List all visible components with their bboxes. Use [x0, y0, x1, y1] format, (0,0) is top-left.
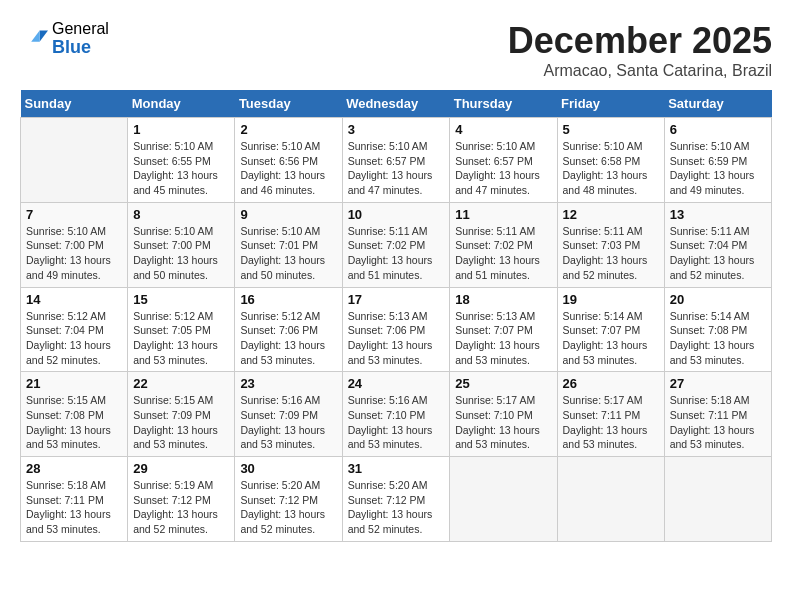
day-number: 17 — [348, 292, 445, 307]
page-header: General Blue December 2025 Armacao, Sant… — [20, 20, 772, 80]
day-number: 22 — [133, 376, 229, 391]
day-number: 21 — [26, 376, 122, 391]
day-info: Sunrise: 5:16 AM Sunset: 7:10 PM Dayligh… — [348, 393, 445, 452]
day-cell: 21Sunrise: 5:15 AM Sunset: 7:08 PM Dayli… — [21, 372, 128, 457]
day-number: 31 — [348, 461, 445, 476]
day-number: 12 — [563, 207, 659, 222]
day-cell: 4Sunrise: 5:10 AM Sunset: 6:57 PM Daylig… — [450, 118, 557, 203]
day-number: 10 — [348, 207, 445, 222]
day-cell: 9Sunrise: 5:10 AM Sunset: 7:01 PM Daylig… — [235, 202, 342, 287]
day-info: Sunrise: 5:10 AM Sunset: 6:59 PM Dayligh… — [670, 139, 766, 198]
day-number: 24 — [348, 376, 445, 391]
header-cell-sunday: Sunday — [21, 90, 128, 118]
week-row-1: 1Sunrise: 5:10 AM Sunset: 6:55 PM Daylig… — [21, 118, 772, 203]
header-cell-tuesday: Tuesday — [235, 90, 342, 118]
logo-general: General — [52, 20, 109, 38]
location-subtitle: Armacao, Santa Catarina, Brazil — [508, 62, 772, 80]
day-info: Sunrise: 5:13 AM Sunset: 7:06 PM Dayligh… — [348, 309, 445, 368]
day-info: Sunrise: 5:20 AM Sunset: 7:12 PM Dayligh… — [240, 478, 336, 537]
day-cell: 13Sunrise: 5:11 AM Sunset: 7:04 PM Dayli… — [664, 202, 771, 287]
day-info: Sunrise: 5:14 AM Sunset: 7:08 PM Dayligh… — [670, 309, 766, 368]
day-info: Sunrise: 5:14 AM Sunset: 7:07 PM Dayligh… — [563, 309, 659, 368]
logo: General Blue — [20, 20, 109, 57]
day-info: Sunrise: 5:10 AM Sunset: 6:57 PM Dayligh… — [455, 139, 551, 198]
day-info: Sunrise: 5:10 AM Sunset: 6:58 PM Dayligh… — [563, 139, 659, 198]
day-number: 4 — [455, 122, 551, 137]
day-cell — [21, 118, 128, 203]
svg-marker-1 — [31, 30, 39, 41]
day-number: 3 — [348, 122, 445, 137]
day-cell — [664, 457, 771, 542]
day-info: Sunrise: 5:10 AM Sunset: 6:56 PM Dayligh… — [240, 139, 336, 198]
day-cell: 18Sunrise: 5:13 AM Sunset: 7:07 PM Dayli… — [450, 287, 557, 372]
day-number: 8 — [133, 207, 229, 222]
day-number: 19 — [563, 292, 659, 307]
day-info: Sunrise: 5:12 AM Sunset: 7:05 PM Dayligh… — [133, 309, 229, 368]
logo-text: General Blue — [52, 20, 109, 57]
day-info: Sunrise: 5:15 AM Sunset: 7:09 PM Dayligh… — [133, 393, 229, 452]
logo-icon — [20, 25, 48, 53]
calendar-table: SundayMondayTuesdayWednesdayThursdayFrid… — [20, 90, 772, 542]
day-cell: 16Sunrise: 5:12 AM Sunset: 7:06 PM Dayli… — [235, 287, 342, 372]
day-info: Sunrise: 5:12 AM Sunset: 7:06 PM Dayligh… — [240, 309, 336, 368]
day-number: 23 — [240, 376, 336, 391]
day-cell: 3Sunrise: 5:10 AM Sunset: 6:57 PM Daylig… — [342, 118, 450, 203]
day-info: Sunrise: 5:11 AM Sunset: 7:04 PM Dayligh… — [670, 224, 766, 283]
day-number: 26 — [563, 376, 659, 391]
day-info: Sunrise: 5:17 AM Sunset: 7:10 PM Dayligh… — [455, 393, 551, 452]
month-title: December 2025 — [508, 20, 772, 62]
day-number: 13 — [670, 207, 766, 222]
day-info: Sunrise: 5:19 AM Sunset: 7:12 PM Dayligh… — [133, 478, 229, 537]
day-cell: 19Sunrise: 5:14 AM Sunset: 7:07 PM Dayli… — [557, 287, 664, 372]
day-info: Sunrise: 5:16 AM Sunset: 7:09 PM Dayligh… — [240, 393, 336, 452]
day-number: 2 — [240, 122, 336, 137]
title-section: December 2025 Armacao, Santa Catarina, B… — [508, 20, 772, 80]
calendar-body: 1Sunrise: 5:10 AM Sunset: 6:55 PM Daylig… — [21, 118, 772, 542]
day-number: 1 — [133, 122, 229, 137]
day-cell: 27Sunrise: 5:18 AM Sunset: 7:11 PM Dayli… — [664, 372, 771, 457]
day-number: 7 — [26, 207, 122, 222]
day-cell: 11Sunrise: 5:11 AM Sunset: 7:02 PM Dayli… — [450, 202, 557, 287]
day-info: Sunrise: 5:10 AM Sunset: 7:00 PM Dayligh… — [133, 224, 229, 283]
day-number: 9 — [240, 207, 336, 222]
day-info: Sunrise: 5:18 AM Sunset: 7:11 PM Dayligh… — [670, 393, 766, 452]
day-cell: 12Sunrise: 5:11 AM Sunset: 7:03 PM Dayli… — [557, 202, 664, 287]
day-info: Sunrise: 5:11 AM Sunset: 7:03 PM Dayligh… — [563, 224, 659, 283]
header-cell-saturday: Saturday — [664, 90, 771, 118]
day-number: 15 — [133, 292, 229, 307]
day-number: 29 — [133, 461, 229, 476]
day-info: Sunrise: 5:20 AM Sunset: 7:12 PM Dayligh… — [348, 478, 445, 537]
day-number: 28 — [26, 461, 122, 476]
day-cell — [450, 457, 557, 542]
logo-blue: Blue — [52, 38, 109, 58]
week-row-3: 14Sunrise: 5:12 AM Sunset: 7:04 PM Dayli… — [21, 287, 772, 372]
day-cell: 15Sunrise: 5:12 AM Sunset: 7:05 PM Dayli… — [128, 287, 235, 372]
day-info: Sunrise: 5:11 AM Sunset: 7:02 PM Dayligh… — [455, 224, 551, 283]
week-row-4: 21Sunrise: 5:15 AM Sunset: 7:08 PM Dayli… — [21, 372, 772, 457]
day-cell: 1Sunrise: 5:10 AM Sunset: 6:55 PM Daylig… — [128, 118, 235, 203]
day-info: Sunrise: 5:15 AM Sunset: 7:08 PM Dayligh… — [26, 393, 122, 452]
day-cell: 31Sunrise: 5:20 AM Sunset: 7:12 PM Dayli… — [342, 457, 450, 542]
day-number: 5 — [563, 122, 659, 137]
day-cell: 7Sunrise: 5:10 AM Sunset: 7:00 PM Daylig… — [21, 202, 128, 287]
day-number: 14 — [26, 292, 122, 307]
day-number: 27 — [670, 376, 766, 391]
day-cell: 26Sunrise: 5:17 AM Sunset: 7:11 PM Dayli… — [557, 372, 664, 457]
day-info: Sunrise: 5:12 AM Sunset: 7:04 PM Dayligh… — [26, 309, 122, 368]
day-info: Sunrise: 5:11 AM Sunset: 7:02 PM Dayligh… — [348, 224, 445, 283]
day-cell: 20Sunrise: 5:14 AM Sunset: 7:08 PM Dayli… — [664, 287, 771, 372]
day-number: 18 — [455, 292, 551, 307]
day-cell: 23Sunrise: 5:16 AM Sunset: 7:09 PM Dayli… — [235, 372, 342, 457]
day-number: 16 — [240, 292, 336, 307]
day-cell: 30Sunrise: 5:20 AM Sunset: 7:12 PM Dayli… — [235, 457, 342, 542]
day-cell: 28Sunrise: 5:18 AM Sunset: 7:11 PM Dayli… — [21, 457, 128, 542]
svg-marker-0 — [40, 30, 48, 41]
day-cell: 6Sunrise: 5:10 AM Sunset: 6:59 PM Daylig… — [664, 118, 771, 203]
week-row-5: 28Sunrise: 5:18 AM Sunset: 7:11 PM Dayli… — [21, 457, 772, 542]
day-number: 30 — [240, 461, 336, 476]
day-info: Sunrise: 5:13 AM Sunset: 7:07 PM Dayligh… — [455, 309, 551, 368]
header-row: SundayMondayTuesdayWednesdayThursdayFrid… — [21, 90, 772, 118]
day-info: Sunrise: 5:10 AM Sunset: 6:57 PM Dayligh… — [348, 139, 445, 198]
day-cell: 29Sunrise: 5:19 AM Sunset: 7:12 PM Dayli… — [128, 457, 235, 542]
day-info: Sunrise: 5:10 AM Sunset: 6:55 PM Dayligh… — [133, 139, 229, 198]
